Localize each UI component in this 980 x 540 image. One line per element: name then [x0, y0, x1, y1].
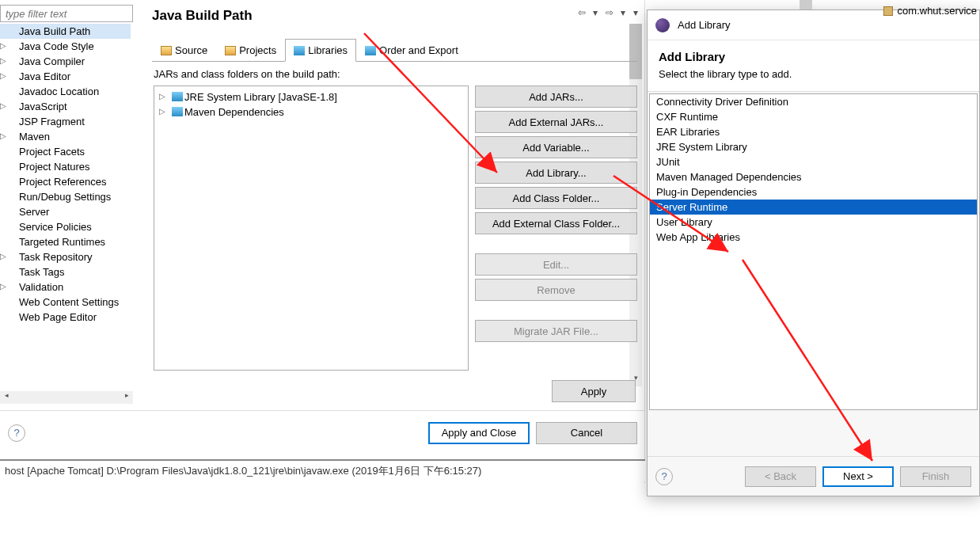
- tree-item[interactable]: Task Tags: [0, 264, 131, 280]
- build-path-tabs: SourceProjectsLibrariesOrder and Export: [152, 38, 637, 62]
- tab-source[interactable]: Source: [152, 39, 216, 61]
- editor-scrollbar-thumb[interactable]: [800, 0, 812, 10]
- forward-menu-icon[interactable]: ▾: [621, 7, 625, 18]
- tree-horizontal-scrollbar[interactable]: ◂▸: [0, 391, 133, 404]
- filter-input[interactable]: [0, 5, 133, 22]
- library-type-item[interactable]: Plug-in Dependencies: [650, 184, 977, 200]
- tree-item[interactable]: ▷JavaScript: [0, 99, 131, 114]
- tree-item[interactable]: Run/Debug Settings: [0, 189, 131, 204]
- tab-order-and-export[interactable]: Order and Export: [356, 39, 467, 61]
- add-class-folder-button[interactable]: Add Class Folder...: [475, 187, 637, 209]
- back-icon[interactable]: ⇦: [578, 7, 586, 18]
- category-tree[interactable]: Java Build Path▷Java Code Style▷Java Com…: [0, 24, 131, 392]
- lib-icon: [294, 46, 305, 55]
- folder-icon: [225, 46, 236, 55]
- expand-icon[interactable]: ▷: [159, 92, 165, 101]
- tree-item[interactable]: Server: [0, 204, 131, 219]
- tree-item[interactable]: Project Natures: [0, 159, 131, 174]
- tree-item[interactable]: ▷Maven: [0, 129, 131, 144]
- status-bar: host [Apache Tomcat] D:\Program Files\Ja…: [0, 459, 645, 481]
- tree-item[interactable]: Project References: [0, 174, 131, 189]
- tree-item-label: Maven: [19, 131, 50, 143]
- tree-item-label: JavaScript: [19, 101, 67, 112]
- dialog-footer: ? Apply and Close Cancel: [0, 410, 645, 454]
- folder-icon: [161, 46, 172, 55]
- tree-item[interactable]: ▷Java Compiler: [0, 54, 131, 69]
- apply-button[interactable]: Apply: [552, 380, 636, 402]
- add-external-jars-button[interactable]: Add External JARs...: [475, 111, 637, 133]
- library-entry[interactable]: ▷JRE System Library [JavaSE-1.8]: [154, 89, 468, 105]
- tree-item[interactable]: Project Facets: [0, 144, 131, 159]
- tree-item[interactable]: Targeted Runtimes: [0, 234, 131, 249]
- library-label: JRE System Library [JavaSE-1.8]: [184, 91, 337, 103]
- library-icon: [172, 107, 183, 116]
- tree-item[interactable]: JSP Fragment: [0, 114, 131, 129]
- tab-label: Order and Export: [379, 44, 458, 56]
- library-buttons-column: Add JARs... Add External JARs... Add Var…: [475, 86, 637, 342]
- add-jars-button[interactable]: Add JARs...: [475, 86, 637, 108]
- library-type-item[interactable]: User Library: [650, 215, 977, 230]
- tree-item-label: Task Tags: [19, 266, 65, 278]
- header-nav-icons[interactable]: ⇦ ▾ ⇨ ▾ ▾: [573, 6, 639, 18]
- apply-and-close-button[interactable]: Apply and Close: [428, 422, 530, 444]
- tree-item[interactable]: Web Content Settings: [0, 295, 131, 310]
- library-label: Maven Dependencies: [184, 106, 284, 118]
- tree-item[interactable]: ▷Java Editor: [0, 69, 131, 84]
- tree-item-label: Server: [19, 206, 49, 218]
- eclipse-icon: [655, 18, 670, 32]
- tree-item-label: Web Page Editor: [19, 311, 97, 323]
- add-library-footer: ? < Back Next > Finish: [648, 456, 979, 496]
- add-variable-button[interactable]: Add Variable...: [475, 136, 637, 158]
- add-library-button[interactable]: Add Library...: [475, 162, 637, 184]
- tab-label: Projects: [239, 44, 276, 56]
- tab-projects[interactable]: Projects: [216, 39, 285, 61]
- expand-icon[interactable]: ▷: [0, 131, 6, 140]
- library-type-item[interactable]: Connectivity Driver Definition: [650, 94, 977, 109]
- tree-item-label: JSP Fragment: [19, 116, 85, 127]
- expand-icon[interactable]: ▷: [0, 41, 6, 50]
- tree-item-label: Java Compiler: [19, 55, 85, 67]
- package-icon: [883, 6, 893, 16]
- add-library-header: Add Library Select the library type to a…: [648, 40, 979, 92]
- forward-icon[interactable]: ⇨: [606, 7, 613, 18]
- back-button: < Back: [745, 466, 816, 487]
- jars-subtitle: JARs and class folders on the build path…: [154, 68, 340, 80]
- tab-label: Source: [175, 44, 207, 56]
- view-menu-icon[interactable]: ▾: [633, 7, 638, 18]
- expand-icon[interactable]: ▷: [159, 107, 165, 116]
- library-entry[interactable]: ▷Maven Dependencies: [154, 105, 468, 120]
- add-external-class-folder-button[interactable]: Add External Class Folder...: [475, 212, 637, 234]
- tree-item[interactable]: Java Build Path: [0, 24, 131, 39]
- help-icon[interactable]: ?: [8, 424, 25, 442]
- tree-item[interactable]: ▷Validation: [0, 280, 131, 295]
- edit-button: Edit...: [475, 253, 637, 276]
- library-type-item[interactable]: JUnit: [650, 154, 977, 169]
- library-type-item[interactable]: EAR Libraries: [650, 124, 977, 139]
- tree-item[interactable]: Javadoc Location: [0, 84, 131, 99]
- expand-icon[interactable]: ▷: [0, 252, 6, 260]
- library-icon: [172, 92, 183, 101]
- editor-remnant: com.whut.service: [792, 0, 980, 24]
- cancel-button[interactable]: Cancel: [536, 422, 637, 444]
- tree-item[interactable]: Service Policies: [0, 219, 131, 234]
- library-type-item[interactable]: CXF Runtime: [650, 109, 977, 124]
- tree-item-label: Run/Debug Settings: [19, 191, 111, 203]
- expand-icon[interactable]: ▷: [0, 101, 6, 110]
- tree-item[interactable]: Web Page Editor: [0, 310, 131, 325]
- expand-icon[interactable]: ▷: [0, 71, 6, 80]
- library-type-list[interactable]: Connectivity Driver DefinitionCXF Runtim…: [649, 93, 978, 410]
- library-type-item[interactable]: JRE System Library: [650, 139, 977, 154]
- tree-item[interactable]: ▷Java Code Style: [0, 39, 131, 54]
- tab-libraries[interactable]: Libraries: [285, 39, 356, 62]
- help-icon[interactable]: ?: [655, 468, 673, 485]
- expand-icon[interactable]: ▷: [0, 282, 6, 291]
- tree-item-label: Project Facets: [19, 146, 85, 158]
- tree-item[interactable]: ▷Task Repository: [0, 249, 131, 264]
- back-menu-icon[interactable]: ▾: [593, 7, 598, 18]
- expand-icon[interactable]: ▷: [0, 56, 6, 65]
- library-type-item[interactable]: Maven Managed Dependencies: [650, 169, 977, 184]
- jars-list[interactable]: ▷JRE System Library [JavaSE-1.8]▷Maven D…: [154, 86, 469, 371]
- next-button[interactable]: Next >: [822, 466, 894, 487]
- library-type-item[interactable]: Server Runtime: [650, 200, 977, 215]
- library-type-item[interactable]: Web App Libraries: [650, 230, 977, 245]
